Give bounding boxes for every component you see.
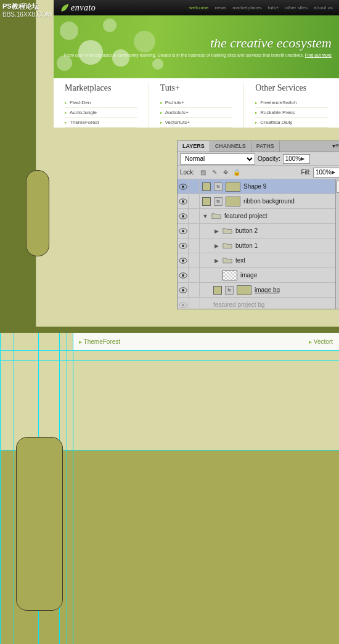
visibility-eye-icon[interactable] [178,224,189,238]
column-link[interactable]: Vectortuts+ [160,118,233,128]
column-link[interactable]: FreelanceSwitch [255,98,328,108]
layer-row[interactable]: fximage bg [178,283,339,298]
layer-row[interactable]: image [178,268,339,283]
blend-opacity-row: Normal Opacity: 100%▶ [178,152,339,166]
disclosure-triangle-icon[interactable]: ▼ [202,213,208,219]
nav-link[interactable]: about us [314,5,333,10]
logo-text: envato [71,3,96,13]
link-column-cell[interactable] [189,268,200,283]
fx-badge-icon[interactable]: fx [214,182,223,191]
lock-label: Lock: [180,169,195,176]
visibility-eye-icon[interactable] [178,238,189,253]
visibility-eye-icon[interactable] [178,179,189,194]
nav-link[interactable]: marketplaces [232,5,262,10]
visibility-eye-icon[interactable] [178,209,189,224]
website-preview: envato welcomenewsmarketplacestuts+other… [54,0,339,128]
link-column-cell[interactable] [189,238,200,253]
layer-name[interactable]: text [235,257,245,264]
layer-name[interactable]: Shape 9 [243,183,266,190]
nav-link[interactable]: news [215,5,227,10]
link-column-cell[interactable] [189,179,200,194]
svg-point-9 [181,244,184,247]
disclosure-triangle-icon[interactable]: ▶ [213,243,219,249]
visibility-eye-icon[interactable] [178,253,189,268]
layer-row[interactable]: featured project bg [178,298,339,309]
layer-name[interactable]: button 2 [235,227,258,234]
link-column-cell[interactable] [189,209,200,224]
scrollbar[interactable] [335,179,339,309]
layer-name[interactable]: featured project [224,213,268,219]
panel-tab[interactable]: LAYERS [178,141,210,152]
layer-name[interactable]: ribbon background [243,198,295,205]
layer-thumbnail [237,285,251,295]
link-column: Other ServicesFreelanceSwitchRockable Pr… [244,83,339,128]
nav-link[interactable]: tuts+ [268,5,279,10]
strip-left[interactable]: ThemeForest [79,338,120,345]
layer-name[interactable]: featured project bg [213,301,264,308]
layer-name[interactable]: image [240,272,257,279]
layer-thumbnail [226,182,240,192]
layer-body: featured project bg [200,298,339,309]
site-logo[interactable]: envato [60,3,96,13]
arrow-right-icon[interactable]: ▶ [332,169,338,175]
scroll-thumb[interactable] [337,181,339,193]
column-link[interactable]: Audiotuts+ [160,108,233,118]
fx-badge-icon[interactable]: fx [214,197,223,206]
rounded-rect-shape-2 [16,437,63,611]
arrow-right-icon[interactable]: ▶ [301,156,307,161]
color-swatch [202,197,211,206]
disclosure-triangle-icon[interactable]: ▶ [213,228,219,234]
nav-link[interactable]: welcome [189,5,209,10]
layer-body: ▶button 1 [200,238,339,253]
column-link[interactable]: ThemeForest [65,118,137,128]
link-column-cell[interactable] [189,194,200,209]
visibility-eye-icon[interactable] [178,268,189,283]
color-swatch [213,286,222,295]
column-link[interactable]: Creattica Daily [255,118,328,128]
lock-transparent-icon[interactable]: ▧ [200,169,207,176]
layer-body: fximage bg [200,283,339,297]
layer-row[interactable]: ▶button 2 [178,224,339,238]
column-link[interactable]: AudioJungle [65,108,137,118]
lock-all-icon[interactable]: 🔒 [233,169,240,176]
layer-thumbnail [226,197,240,206]
layer-name[interactable]: image bg [255,287,280,293]
layer-name[interactable]: button 1 [235,242,258,249]
layer-row[interactable]: fxribbon background [178,194,339,209]
link-column-cell[interactable] [189,224,200,238]
layer-row[interactable]: ▼featured project [178,209,339,224]
guide-vertical [0,333,1,644]
column-title: Tuts+ [160,83,233,93]
layer-row[interactable]: fxShape 9 [178,179,339,194]
layer-row[interactable]: ▶button 1 [178,238,339,253]
column-link[interactable]: FlashDen [65,98,137,108]
panel-tab[interactable]: PATHS [251,141,280,152]
link-column-cell[interactable] [189,298,200,309]
layer-row[interactable]: ▶text [178,253,339,268]
visibility-eye-icon[interactable] [178,283,189,298]
link-column-cell[interactable] [189,283,200,298]
hero-link[interactable]: Find out more [305,53,332,57]
fx-badge-icon[interactable]: fx [225,286,234,295]
panel-tabs: LAYERSCHANNELSPATHS▾≡ [178,141,339,152]
fill-input[interactable]: 100%▶ [313,168,339,177]
blend-mode-select[interactable]: Normal [180,153,255,165]
column-link[interactable]: Psdtuts+ [160,98,233,108]
layer-body: fxShape 9 [200,179,339,194]
lock-brush-icon[interactable]: ✎ [211,169,218,176]
strip-right[interactable]: Vectort [309,338,333,345]
lock-fill-row: Lock: ▧ ✎ ✥ 🔒 Fill: 100%▶ [178,166,339,179]
link-columns: MarketplacesFlashDenAudioJungleThemeFore… [54,78,339,128]
column-link[interactable]: Rockable Press [255,108,328,118]
disclosure-triangle-icon[interactable]: ▶ [213,258,219,264]
lock-move-icon[interactable]: ✥ [222,169,229,176]
hero-banner: the creative ecosystem From open marketp… [54,15,339,78]
visibility-eye-icon[interactable] [178,298,189,309]
visibility-eye-icon[interactable] [178,194,189,209]
nav-link[interactable]: other sites [285,5,308,10]
layer-body: image [200,268,339,282]
panel-menu-icon[interactable]: ▾≡ [329,141,339,152]
opacity-input[interactable]: 100%▶ [283,154,310,164]
link-column-cell[interactable] [189,253,200,268]
panel-tab[interactable]: CHANNELS [210,141,251,152]
